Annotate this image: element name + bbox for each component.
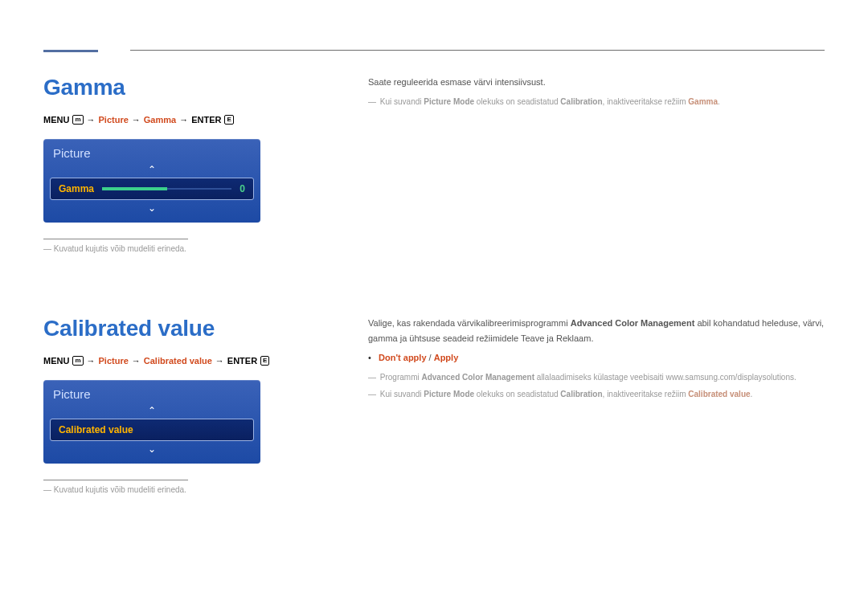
options-row: • Don't apply / Apply	[368, 350, 825, 366]
menu-icon: m	[72, 356, 83, 366]
crumb-gamma: Gamma	[144, 115, 176, 125]
note-rule	[43, 239, 188, 239]
chevron-up-icon[interactable]: ⌃	[43, 163, 260, 176]
t: Kui suvandi	[380, 97, 424, 106]
t: Gamma	[688, 97, 718, 106]
crumb-calibrated: Calibrated value	[144, 356, 212, 366]
note-calibration: ― Kui suvandi Picture Mode olekuks on se…	[368, 387, 825, 401]
chevron-down-icon[interactable]: ⌄	[43, 443, 260, 456]
page: Gamma MENU m → Picture → Gamma → ENTER E…	[0, 0, 868, 526]
t: Advanced Color Management	[571, 318, 695, 328]
crumb-enter: ENTER	[191, 115, 221, 125]
t: Calibration	[560, 390, 602, 398]
t: Calibration	[560, 97, 602, 106]
description: Valige, kas rakendada värvikalibreerimis…	[368, 316, 825, 345]
osd-item-label: Gamma	[59, 183, 94, 194]
arrow-icon: →	[179, 115, 188, 125]
arrow-icon: →	[132, 115, 141, 125]
osd-panel: Picture ⌃ Gamma 0 ⌄	[43, 139, 260, 223]
t: Programmi	[380, 373, 422, 382]
menu-path: MENU m → Picture → Gamma → ENTER E	[43, 115, 285, 125]
arrow-icon: →	[215, 356, 224, 366]
crumb-menu: MENU	[43, 115, 69, 125]
menu-path: MENU m → Picture → Calibrated value → EN…	[43, 356, 285, 366]
arrow-icon: →	[132, 356, 141, 366]
section-title: Gamma	[43, 75, 285, 100]
option-apply: Apply	[434, 353, 459, 362]
t: allalaadimiseks külastage veebisaiti www…	[534, 373, 796, 382]
header-rule	[130, 50, 825, 51]
arrow-icon: →	[87, 356, 96, 366]
note-download: ― Programmi Advanced Color Management al…	[368, 370, 825, 384]
note-calibration: ― Kui suvandi Picture Mode olekuks on se…	[368, 95, 825, 108]
image-note: ― Kuvatud kujutis võib mudeliti erineda.	[43, 244, 285, 253]
t: , inaktiveeritakse režiim	[603, 390, 689, 398]
t: Kui suvandi	[380, 390, 424, 398]
image-note-text: Kuvatud kujutis võib mudeliti erineda.	[54, 485, 186, 494]
t: Picture Mode	[424, 97, 474, 106]
t: olekuks on seadistatud	[474, 390, 560, 398]
note-rule	[43, 480, 188, 480]
gamma-slider[interactable]	[102, 186, 231, 191]
chevron-up-icon[interactable]: ⌃	[43, 404, 260, 417]
right-column: Valige, kas rakendada värvikalibreerimis…	[368, 316, 825, 494]
crumb-menu: MENU	[43, 356, 69, 366]
osd-title: Picture	[43, 139, 260, 163]
right-column: Saate reguleerida esmase värvi intensiiv…	[368, 75, 825, 253]
osd-item-value: 0	[240, 183, 245, 194]
slider-fill	[102, 187, 167, 190]
t: , inaktiveeritakse režiim	[603, 97, 689, 106]
t: .	[751, 390, 753, 398]
image-note: ― Kuvatud kujutis võib mudeliti erineda.	[43, 485, 285, 494]
crumb-picture: Picture	[99, 115, 129, 125]
crumb-picture: Picture	[99, 356, 129, 366]
option-sep: /	[427, 353, 434, 362]
t: Calibrated value	[688, 390, 750, 398]
t: olekuks on seadistatud	[474, 97, 560, 106]
enter-icon: E	[260, 356, 269, 366]
osd-item-label: Calibrated value	[59, 424, 133, 435]
t: Picture Mode	[424, 390, 474, 398]
osd-title: Picture	[43, 380, 260, 404]
chevron-down-icon[interactable]: ⌄	[43, 202, 260, 215]
crumb-enter: ENTER	[227, 356, 257, 366]
osd-item-gamma[interactable]: Gamma 0	[50, 178, 254, 200]
enter-icon: E	[224, 115, 233, 125]
left-column: Calibrated value MENU m → Picture → Cali…	[43, 316, 285, 494]
section-calibrated: Calibrated value MENU m → Picture → Cali…	[43, 316, 825, 494]
arrow-icon: →	[87, 115, 96, 125]
osd-panel: Picture ⌃ Calibrated value ⌄	[43, 380, 260, 464]
left-column: Gamma MENU m → Picture → Gamma → ENTER E…	[43, 75, 285, 253]
description: Saate reguleerida esmase värvi intensiiv…	[368, 75, 825, 90]
section-gamma: Gamma MENU m → Picture → Gamma → ENTER E…	[43, 75, 825, 253]
image-note-text: Kuvatud kujutis võib mudeliti erineda.	[54, 244, 186, 253]
section-title: Calibrated value	[43, 316, 285, 341]
t: .	[718, 97, 720, 106]
option-dont-apply: Don't apply	[379, 353, 426, 362]
osd-item-calibrated[interactable]: Calibrated value	[50, 419, 254, 441]
menu-icon: m	[72, 115, 83, 125]
t: Valige, kas rakendada värvikalibreerimis…	[368, 318, 571, 328]
t: Advanced Color Management	[421, 373, 534, 382]
header-accent-rule	[43, 50, 98, 52]
